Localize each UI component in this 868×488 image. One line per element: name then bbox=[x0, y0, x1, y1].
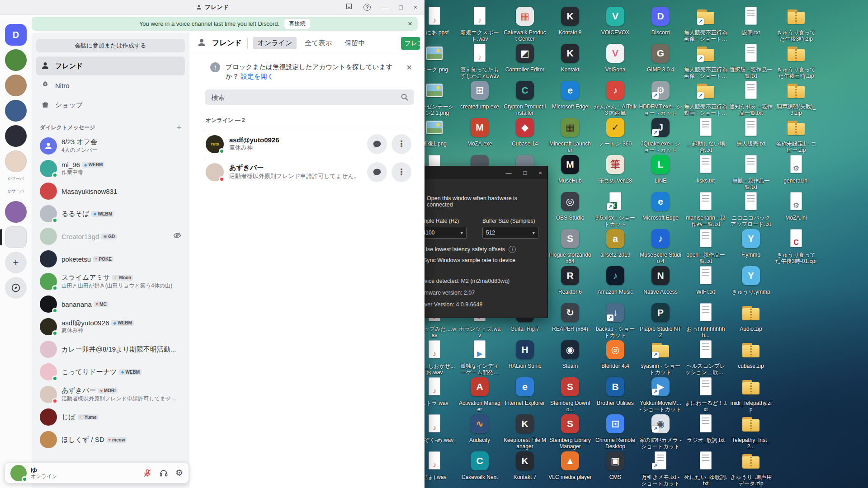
message-button[interactable] bbox=[367, 134, 387, 154]
desktop-icon[interactable]: manisekarin - 親作品一覧.txt bbox=[683, 190, 728, 227]
desktop-icon[interactable]: 筆筆まめ Ver.28 bbox=[593, 153, 638, 184]
sync-sample-rate-option[interactable]: Sync Windows sample rate to device bbox=[423, 257, 543, 263]
home-button[interactable]: D bbox=[5, 24, 27, 46]
desktop-icon[interactable]: ⚙general.ini bbox=[774, 153, 819, 184]
open-settings-link[interactable]: 設定を開く bbox=[241, 73, 274, 80]
desktop-icon[interactable]: ◆Cubase 14 bbox=[502, 116, 547, 147]
desktop-icon[interactable]: ラジオ_歌詞.txt bbox=[683, 412, 728, 443]
desktop-icon[interactable]: ksks.txt bbox=[683, 153, 728, 184]
maximize-button[interactable]: □ bbox=[399, 4, 402, 10]
desktop-icon[interactable]: 無人販売.txt bbox=[728, 116, 774, 147]
dm-item[interactable]: Creator13gd◉GD bbox=[36, 225, 185, 248]
desktop-icon[interactable]: RReaktor 6 bbox=[547, 264, 593, 295]
help-icon[interactable]: ? bbox=[363, 4, 371, 11]
dm-item[interactable]: るるそば◆WEBM bbox=[36, 202, 185, 225]
dm-item[interactable]: poketetsu◓POKE bbox=[36, 248, 185, 270]
more-options-button[interactable]: ⋮ bbox=[392, 134, 411, 154]
desktop-icon[interactable]: ∿Audacity bbox=[457, 412, 502, 443]
desktop-icon[interactable]: ▦Cakewalk Product Center bbox=[502, 5, 547, 42]
desktop-icon[interactable]: ▶孤独なインディーゲーム開発者の一生... bbox=[457, 338, 502, 375]
desktop-icon[interactable]: YF.ymmp bbox=[728, 227, 774, 258]
desktop-icon[interactable]: 説明.txt bbox=[728, 5, 774, 36]
sidebar-item-nitro[interactable]: Nitro bbox=[36, 76, 185, 95]
dm-item[interactable]: asdf@yuto0926◆WEBM夏休み神 bbox=[36, 315, 185, 338]
desktop-icon[interactable]: AActivation Manager bbox=[457, 375, 502, 413]
dm-item[interactable]: スライムアミサ☾Moon山田と山田が好き(山田リョウと笑う4体の山) bbox=[36, 270, 185, 293]
dm-item[interactable]: mi_96◆WEBM作業中毒 bbox=[36, 157, 185, 180]
banner-close-icon[interactable]: × bbox=[408, 19, 412, 28]
desktop-icon[interactable]: HHALion Sonic bbox=[502, 338, 547, 369]
desktop-icon[interactable]: ヘルスコンプレッション＿歌詞.txt bbox=[683, 338, 728, 375]
desktop-icon[interactable]: ↗万引きメモ.txt - ショートカット bbox=[638, 449, 683, 487]
desktop-icon[interactable]: ◉Steam bbox=[547, 338, 593, 369]
desktop-icon[interactable]: きゅうり食ってた午後3時.zip bbox=[774, 5, 819, 42]
desktop-icon[interactable]: SSteinberg Library Manager bbox=[547, 412, 593, 450]
desktop-icon[interactable]: Telepathy_Inst_2... bbox=[728, 412, 774, 450]
join-create-conversation-button[interactable]: 会話に参加または作成する bbox=[36, 39, 185, 52]
desktop-icon[interactable]: ▲VLC media player bbox=[547, 449, 593, 480]
more-options-button[interactable]: ⋮ bbox=[392, 162, 411, 182]
desktop-icon[interactable]: PPiapro Studio NT2 bbox=[638, 301, 683, 338]
desktop-icon[interactable]: KKontakt 7 bbox=[502, 449, 547, 480]
desktop-icon[interactable]: ⊞createdump.exe bbox=[457, 79, 502, 110]
desktop-icon[interactable]: open - 親作品一覧.txt bbox=[683, 227, 728, 264]
desktop-icon[interactable]: KKontakt 8 bbox=[547, 5, 593, 36]
desktop-icon[interactable]: DDiscord bbox=[638, 5, 683, 36]
desktop-icon[interactable]: Audio.zip bbox=[728, 301, 774, 332]
desktop-icon[interactable]: ＿起動しない場合.txt bbox=[683, 116, 728, 153]
desktop-icon[interactable]: ◎OBS Studio bbox=[547, 190, 593, 221]
minimize-button[interactable]: — bbox=[382, 4, 388, 10]
desktop-icon[interactable]: ♪Amazon Music bbox=[593, 264, 638, 295]
desktop-icon[interactable]: Cきゅうり食ってた午後3時-01.cpr bbox=[774, 227, 819, 264]
desktop-icon[interactable]: ▣CMS bbox=[593, 449, 638, 480]
desktop-icon[interactable]: 通知うぜえ - 親作品一覧.txt bbox=[728, 79, 774, 116]
sidebar-item-friends[interactable]: フレンド bbox=[36, 56, 185, 75]
desktop-icon[interactable]: ♪答え知ってたもずしわこれ.wav bbox=[457, 42, 502, 79]
desktop-icon[interactable]: ⊡Chrome Remote Desktop bbox=[593, 412, 638, 450]
desktop-icon[interactable]: VVoiSona bbox=[593, 42, 638, 73]
lowest-latency-option[interactable]: Use lowest latency safety offsets i bbox=[423, 246, 543, 253]
dm-item[interactable]: あずきバー♥MORI活動者様以外原則フレンド申請許可してません。 bbox=[36, 383, 185, 406]
desktop-icon[interactable]: J↗JQuake.exe - ショートカット bbox=[638, 116, 683, 153]
dm-item[interactable]: bananana♥MC bbox=[36, 293, 185, 315]
desktop-icon[interactable]: ◩Controller Editor bbox=[502, 42, 547, 73]
desktop-icon[interactable]: ♪MuseScore Studio 4 bbox=[638, 227, 683, 264]
desktop-icon[interactable]: まにわーるど！.txt bbox=[683, 375, 728, 413]
desktop-icon[interactable]: おっhhhhhhhhhh... bbox=[683, 301, 728, 338]
create-dm-icon[interactable]: + bbox=[177, 123, 181, 132]
desktop-icon[interactable]: ↓↗backup - ショートカット bbox=[593, 301, 638, 338]
desktop-icon[interactable]: ↗無人販売不正行為画像 - ショートカッ... bbox=[683, 5, 728, 42]
desktop-icon[interactable]: Yきゅうり.ymmp bbox=[728, 264, 774, 295]
desktop-icon[interactable]: BBrother Utilities bbox=[593, 375, 638, 406]
desktop-icon[interactable]: eMicrosoft Edge bbox=[547, 79, 593, 110]
tab-オンライン[interactable]: オンライン bbox=[253, 37, 297, 49]
desktop-icon[interactable]: aairset2-2019 bbox=[593, 227, 638, 258]
desktop-icon[interactable]: ⚙MoZA.ini bbox=[774, 190, 819, 221]
desktop-icon[interactable]: 無題 - 親作品一覧.txt bbox=[728, 153, 774, 190]
desktop-icon[interactable]: 選択肢 - 親作品一覧.txt bbox=[728, 42, 774, 79]
tab-保留中[interactable]: 保留中 bbox=[340, 37, 370, 49]
desktop-icon[interactable]: SPlogue sforzando x64 bbox=[547, 227, 593, 264]
friend-row[interactable]: あずきバー活動者様以外原則フレンド申請許可してません。⋮ bbox=[203, 158, 414, 186]
desktop-icon[interactable]: きゅうり_調声用データ.zip bbox=[728, 449, 774, 487]
desktop-icon[interactable]: ◎Blender 4.4 bbox=[593, 338, 638, 369]
discord-titlebar[interactable]: フレンド ? — □ × bbox=[0, 0, 425, 15]
desktop-icon[interactable]: ニコニコバックアップロード.txt bbox=[728, 190, 774, 227]
server-icon[interactable] bbox=[5, 75, 27, 96]
desktop-icon[interactable]: 名称未設定1 - コピー.zip bbox=[774, 116, 819, 153]
desktop-icon[interactable]: MMoZA.exe bbox=[457, 116, 502, 147]
desktop-icon[interactable]: VVOICEVOX bbox=[593, 5, 638, 36]
desktop-icon[interactable]: ♪新規エクスポート.wav bbox=[457, 5, 502, 42]
desktop-icon[interactable]: ✓ノートン 360 bbox=[593, 116, 638, 147]
discover-button[interactable] bbox=[5, 277, 27, 299]
desktop-icon[interactable]: X↗9.5.xlsx - ショートカット bbox=[593, 190, 638, 227]
desktop-icon[interactable]: GGIMP 3.0.4 bbox=[638, 42, 683, 73]
desktop-icon[interactable]: CCrypton Product Installer bbox=[502, 79, 547, 116]
server-icon[interactable] bbox=[5, 49, 27, 71]
dm-item[interactable]: ほしくず / SD♥meow bbox=[36, 428, 185, 451]
add-server-button[interactable]: + bbox=[5, 252, 27, 273]
reconnect-button[interactable]: 再接続 bbox=[284, 18, 310, 29]
desktop-icon[interactable]: ↻REAPER (x64) bbox=[547, 301, 593, 332]
desktop-icon[interactable]: NNative Access bbox=[638, 264, 683, 295]
dialog-close-button[interactable]: × bbox=[538, 170, 542, 176]
